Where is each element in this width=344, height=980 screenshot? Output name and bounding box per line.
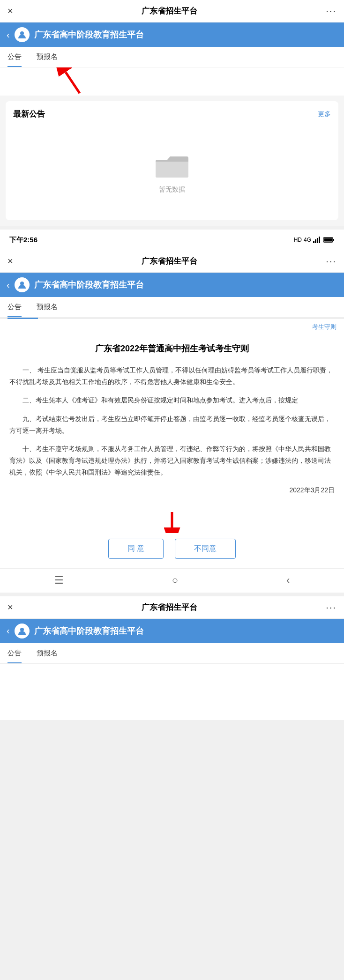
agree-button[interactable]: 同 意	[108, 539, 164, 559]
more-icon-2[interactable]: ···	[326, 256, 337, 267]
app-title-3: 广东省招生平台	[142, 602, 197, 613]
announcement-card: 最新公告 更多 暂无数据	[6, 101, 338, 220]
screenshot-1: × 广东省招生平台 ··· ‹ 广东省高中阶段教育招生平台 公告 预报名	[0, 0, 344, 226]
bottom-nav: ☰ ○ ‹	[0, 568, 344, 593]
home-nav-icon[interactable]: ○	[172, 574, 178, 587]
back-icon-1[interactable]: ‹	[7, 30, 10, 40]
screenshot-3: × 广东省招生平台 ··· ‹ 广东省高中阶段教育招生平台 公告 预报名	[0, 596, 344, 720]
red-arrow-1	[52, 67, 89, 96]
empty-text: 暂无数据	[159, 186, 185, 194]
svg-rect-6	[315, 239, 316, 243]
disagree-button[interactable]: 不同意	[175, 539, 236, 559]
action-buttons: 同 意 不同意	[0, 533, 344, 568]
svg-rect-4	[156, 162, 188, 178]
signal-4g: 4G	[304, 237, 311, 243]
app-topbar-2: × 广东省招生平台 ···	[0, 250, 344, 273]
hd-icon: HD	[294, 237, 302, 243]
doc-date: 2022年3月22日	[9, 486, 335, 495]
svg-point-0	[20, 31, 24, 35]
announcement-title: 最新公告	[13, 109, 45, 119]
tab-preregister-3[interactable]: 预报名	[37, 643, 58, 663]
header-title-3: 广东省高中阶段教育招生平台	[34, 625, 144, 637]
blue-header-2: ‹ 广东省高中阶段教育招生平台	[0, 273, 344, 297]
announcement-header: 最新公告 更多	[13, 109, 331, 119]
status-icons: HD 4G	[294, 237, 335, 243]
avatar-2	[15, 277, 30, 292]
doc-paragraph-3: 九、考试结束信号发出后，考生应当立即停笔开停止答题，由监考员逐一收取，经监考员逐…	[9, 413, 335, 437]
header-title-2: 广东省高中阶段教育招生平台	[34, 279, 144, 290]
tab-announcement-3[interactable]: 公告	[7, 643, 22, 663]
svg-point-12	[20, 282, 24, 285]
red-arrow-2	[158, 510, 186, 533]
back-nav-icon[interactable]: ‹	[286, 574, 290, 587]
app-title-2: 广东省招生平台	[142, 256, 197, 267]
doc-paragraph-1: 一、 考生应当自觉服从监考员等考试工作人员管理，不得以任何理由妨碍监考员等考试工…	[9, 364, 335, 388]
app-topbar: × 广东省招生平台 ···	[0, 0, 344, 22]
blue-header-3: ‹ 广东省高中阶段教育招生平台	[0, 619, 344, 643]
bottom-spacer	[0, 664, 344, 720]
progress-fill	[7, 318, 38, 319]
doc-content: 广东省2022年普通高中招生考试考生守则 一、 考生应当自觉服从监考员等考试工作…	[0, 335, 344, 510]
doc-paragraph-4: 十、考生不遵守考场规则，不服从考务工作人员管理，有违纪、作弊等行为的，将按照《中…	[9, 443, 335, 479]
back-icon-2[interactable]: ‹	[7, 280, 10, 290]
avatar-1	[15, 27, 30, 42]
more-icon[interactable]: ···	[326, 6, 337, 16]
doc-title: 广东省2022年普通高中招生考试考生守则	[9, 342, 335, 355]
more-icon-3[interactable]: ···	[326, 602, 337, 613]
empty-folder-icon	[153, 149, 191, 180]
svg-rect-11	[324, 238, 332, 242]
menu-nav-icon[interactable]: ☰	[54, 574, 64, 587]
tab-bar-1: 公告 预报名	[0, 47, 344, 67]
tab-preregister-1[interactable]: 预报名	[37, 47, 58, 67]
svg-rect-5	[313, 241, 314, 243]
svg-rect-10	[333, 239, 334, 241]
tab-bar-2: 公告 预报名	[0, 297, 344, 318]
close-icon[interactable]: ×	[7, 6, 13, 16]
rules-link[interactable]: 考生守则	[312, 323, 337, 331]
empty-state: 暂无数据	[13, 131, 331, 213]
close-icon-3[interactable]: ×	[7, 602, 13, 613]
svg-point-15	[20, 628, 24, 631]
app-title: 广东省招生平台	[142, 6, 197, 16]
tab-announcement-1[interactable]: 公告	[7, 47, 22, 67]
svg-rect-7	[317, 238, 318, 243]
progress-bar	[0, 318, 344, 319]
blue-header-1: ‹ 广东省高中阶段教育招生平台	[0, 22, 344, 47]
screenshot-2: 下午2:56 HD 4G × 广东省招生平台 ··· ‹	[0, 230, 344, 593]
close-icon-2[interactable]: ×	[7, 256, 13, 267]
rules-link-row: 考生守则	[0, 319, 344, 335]
doc-paragraph-2: 二、考生凭本人《准考证》和有效居民身份证按规定时间和地点参加考试。进入考点后，按…	[9, 394, 335, 406]
arrow-container-2	[0, 510, 344, 533]
content-area-1: 最新公告 更多 暂无数据	[0, 96, 344, 226]
battery-icon	[323, 237, 335, 243]
app-topbar-3: × 广东省招生平台 ···	[0, 596, 344, 619]
avatar-3	[15, 624, 30, 638]
back-icon-3[interactable]: ‹	[7, 625, 10, 636]
tab-announcement-2[interactable]: 公告	[7, 297, 22, 317]
svg-line-2	[66, 72, 80, 93]
svg-rect-8	[319, 237, 320, 243]
tab-bar-3: 公告 预报名	[0, 643, 344, 664]
signal-bars-icon	[313, 237, 322, 243]
more-link[interactable]: 更多	[318, 110, 331, 119]
header-title-1: 广东省高中阶段教育招生平台	[34, 29, 144, 40]
status-bar: 下午2:56 HD 4G	[0, 230, 344, 250]
status-time: 下午2:56	[9, 236, 37, 245]
tab-preregister-2[interactable]: 预报名	[37, 297, 58, 317]
